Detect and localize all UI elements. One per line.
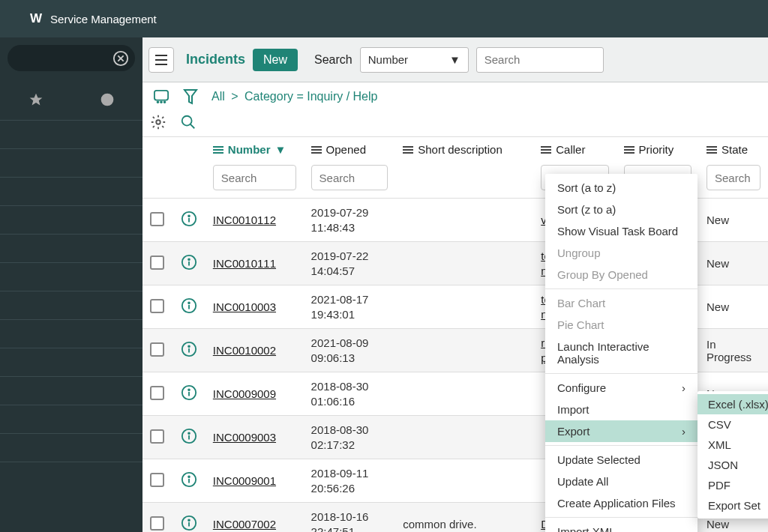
incident-number[interactable]: INC0010003 <box>213 300 276 313</box>
context-menu-item[interactable]: Update Selected <box>545 449 698 471</box>
info-icon[interactable] <box>181 428 197 444</box>
info-icon[interactable] <box>181 341 197 357</box>
breadcrumb[interactable]: All > Category = Inquiry / Help <box>212 90 377 103</box>
svg-point-6 <box>156 120 160 124</box>
context-menu-item[interactable]: Launch Interactive Analysis <box>545 336 698 370</box>
chevron-right-icon: › <box>682 425 686 438</box>
star-icon[interactable] <box>28 92 44 107</box>
app-header: W Service Management <box>0 0 768 37</box>
opened-cell: 2019-07-2911:48:43 <box>304 199 396 242</box>
submenu-item[interactable]: PDF› <box>698 475 768 495</box>
info-icon[interactable] <box>181 384 197 401</box>
state-cell: New <box>699 242 768 285</box>
svg-point-17 <box>188 389 190 390</box>
opened-cell: 2018-08-3001:06:16 <box>304 372 396 416</box>
search-input[interactable] <box>476 47 604 73</box>
export-submenu[interactable]: Excel (.xlsx)CSVXMLJSONPDF›Export Set <box>698 391 768 519</box>
col-number[interactable]: Number▼ <box>206 137 304 162</box>
col-opened[interactable]: Opened <box>304 137 396 162</box>
opened-cell: 2018-10-1622:47:51 <box>304 503 396 533</box>
desc-cell <box>395 459 533 503</box>
breadcrumb-all[interactable]: All <box>212 90 225 103</box>
row-checkbox[interactable] <box>150 429 164 444</box>
context-menu-item: Bar Chart <box>545 292 698 314</box>
list-menu-button[interactable] <box>148 47 174 73</box>
col-state[interactable]: State <box>699 137 768 162</box>
svg-point-21 <box>188 476 190 477</box>
left-sidebar <box>0 37 142 532</box>
submenu-item[interactable]: JSON <box>698 455 768 475</box>
context-menu-item[interactable]: Sort (a to z) <box>545 177 698 199</box>
context-menu-item[interactable]: Create Application Files <box>545 492 698 514</box>
chevron-down-icon: ▼ <box>449 53 460 66</box>
context-menu-item: Pie Chart <box>545 314 698 336</box>
new-button[interactable]: New <box>253 49 298 71</box>
row-checkbox[interactable] <box>150 212 164 226</box>
search-field-dropdown[interactable]: Number ▼ <box>360 47 469 73</box>
filter-opened[interactable] <box>311 165 388 190</box>
incident-number[interactable]: INC0009003 <box>213 431 276 444</box>
submenu-item[interactable]: CSV <box>698 414 768 435</box>
submenu-item[interactable]: XML <box>698 435 768 455</box>
filter-state[interactable] <box>706 165 760 190</box>
svg-rect-2 <box>154 91 168 100</box>
context-menu-item[interactable]: Import XML <box>545 521 698 532</box>
info-icon[interactable] <box>181 471 197 488</box>
svg-point-9 <box>188 215 190 217</box>
search-icon[interactable] <box>180 114 196 130</box>
filter-number[interactable] <box>213 165 296 190</box>
context-menu-item[interactable]: Sort (z to a) <box>545 199 698 220</box>
row-checkbox[interactable] <box>150 256 164 270</box>
main-content: Incidents New Search Number ▼ All > Cate… <box>142 37 768 532</box>
info-icon[interactable] <box>181 297 197 314</box>
info-icon[interactable] <box>181 211 197 227</box>
close-circle-icon[interactable] <box>112 50 129 67</box>
incident-number[interactable]: INC0009001 <box>213 474 276 487</box>
svg-point-7 <box>182 116 192 126</box>
row-checkbox[interactable] <box>150 342 164 357</box>
context-menu-item[interactable]: Export› <box>545 420 698 442</box>
state-cell: In Progress <box>699 329 768 372</box>
row-checkbox[interactable] <box>150 386 164 400</box>
incident-number[interactable]: INC0010111 <box>213 257 276 270</box>
incident-number[interactable]: INC0010002 <box>213 344 276 357</box>
incident-number[interactable]: INC0010112 <box>213 214 276 226</box>
context-menu-item[interactable]: Import <box>545 399 698 420</box>
submenu-item[interactable]: Excel (.xlsx) <box>698 394 768 414</box>
breadcrumb-filter[interactable]: Category = Inquiry / Help <box>244 90 377 103</box>
desc-cell <box>395 416 533 459</box>
hamburger-icon <box>154 55 168 65</box>
svg-point-19 <box>188 432 190 434</box>
context-menu-item[interactable]: Update All <box>545 471 698 492</box>
header-title: Service Management <box>50 13 157 25</box>
col-priority[interactable]: Priority <box>616 137 699 162</box>
info-icon[interactable] <box>181 254 197 270</box>
sidebar-search[interactable] <box>8 45 135 71</box>
context-menu-item[interactable]: Configure› <box>545 377 698 399</box>
col-caller[interactable]: Caller <box>533 137 616 162</box>
incident-number[interactable]: INC0009009 <box>213 387 276 400</box>
opened-cell: 2019-07-2214:04:57 <box>304 242 396 285</box>
svg-point-13 <box>188 302 190 303</box>
context-menu-item[interactable]: Show Visual Task Board <box>545 220 698 242</box>
menu-icon <box>706 146 717 154</box>
row-checkbox[interactable] <box>150 516 164 531</box>
state-cell: New <box>699 199 768 242</box>
page-title: Incidents <box>186 52 245 67</box>
search-label: Search <box>314 53 352 67</box>
activity-stream-icon[interactable] <box>153 89 170 104</box>
filter-icon[interactable] <box>183 88 198 105</box>
row-checkbox[interactable] <box>150 473 164 487</box>
menu-icon <box>541 146 551 154</box>
col-short-description[interactable]: Short description <box>395 137 533 162</box>
incident-number[interactable]: INC0007002 <box>213 518 276 531</box>
gear-icon[interactable] <box>150 114 166 130</box>
menu-icon <box>213 146 224 154</box>
submenu-item[interactable]: Export Set <box>698 495 768 516</box>
sort-desc-icon: ▼ <box>274 143 286 156</box>
row-checkbox[interactable] <box>150 299 164 313</box>
column-context-menu[interactable]: Sort (a to z)Sort (z to a)Show Visual Ta… <box>545 174 698 532</box>
desc-cell <box>395 199 533 242</box>
clock-icon[interactable] <box>100 92 115 107</box>
info-icon[interactable] <box>181 515 197 531</box>
